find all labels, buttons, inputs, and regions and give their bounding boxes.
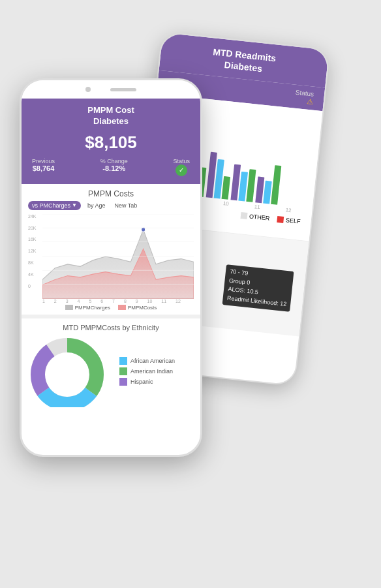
x-3: 3 — [66, 299, 69, 303]
back-header-title: MTD ReadmitsDiabetes — [213, 46, 277, 74]
tab-by-age-label: by Age — [87, 202, 106, 209]
front-header-title: PMPM CostDiabetes — [27, 105, 195, 127]
y-label-0: 0 — [28, 284, 41, 288]
x-12: 12 — [175, 299, 181, 303]
speaker-bar — [110, 88, 136, 91]
front-header-value: $8,105 — [27, 132, 195, 153]
legend-pmpmcharges: PMPMCharges — [65, 305, 110, 311]
legend-hispanic: Hispanic — [119, 378, 175, 386]
stat-change-label: % Change — [100, 158, 128, 164]
x-6: 6 — [100, 299, 103, 303]
front-header-stats: Previous $8,764 % Change -8.12% Status ✓ — [27, 158, 195, 176]
other-legend-label: OTHER — [249, 213, 269, 222]
bar — [221, 176, 230, 200]
x-10: 10 — [147, 299, 153, 303]
bar-group — [206, 152, 233, 200]
status-checkmark-icon: ✓ — [175, 164, 187, 176]
stat-status: Status ✓ — [173, 158, 190, 176]
african-american-color — [119, 357, 127, 365]
chart-tabs[interactable]: vs PMCharges ▼ by Age New Tab — [28, 201, 194, 210]
phone-front: PMPM CostDiabetes $8,105 Previous $8,764… — [20, 78, 202, 457]
x-9: 9 — [136, 299, 138, 303]
y-label-20k: 20K — [28, 226, 41, 230]
stat-previous-value: $8,764 — [32, 164, 55, 172]
y-label-4k: 4K — [28, 272, 41, 277]
donut-legend: African American American Indian Hispani… — [119, 357, 175, 388]
x-5: 5 — [89, 299, 91, 303]
x-11: 11 — [161, 299, 166, 303]
hispanic-label: Hispanic — [130, 379, 153, 385]
hispanic-color — [119, 378, 127, 386]
area-chart: 24K 20K 16K 12K 8K 4K 0 — [28, 214, 194, 299]
tab-vs-pmcharges-label: vs PMCharges — [32, 202, 70, 209]
legend-pmpmcosts: PMPMCosts — [118, 305, 157, 311]
x-4: 4 — [78, 299, 80, 303]
chevron-down-icon: ▼ — [72, 202, 77, 208]
pmpmcosts-legend-label: PMPMCosts — [128, 305, 157, 311]
chart-title: PMPM Costs — [28, 189, 194, 198]
stat-status-label: Status — [173, 158, 190, 164]
front-header: PMPM CostDiabetes $8,105 Previous $8,764… — [22, 99, 200, 184]
tab-by-age[interactable]: by Age — [85, 201, 108, 210]
phone-notch — [22, 80, 200, 99]
legend-american-indian: American Indian — [119, 367, 175, 375]
back-x-label: 11 — [254, 204, 260, 211]
pmpmcharges-legend-label: PMPMCharges — [75, 305, 110, 311]
svg-point-11 — [49, 356, 85, 393]
x-2: 2 — [54, 299, 57, 303]
area-chart-legend: PMPMCharges PMPMCosts — [28, 305, 194, 311]
tab-vs-pmcharges[interactable]: vs PMCharges ▼ — [28, 201, 81, 210]
tab-new-tab[interactable]: New Tab — [112, 201, 140, 210]
legend-african-american: African American — [119, 357, 175, 365]
y-label-24k: 24K — [28, 214, 41, 219]
x-8: 8 — [124, 299, 127, 303]
pmpmcharges-legend-color — [65, 305, 73, 310]
x-axis-labels: 1 2 3 4 5 6 7 8 9 10 11 12 — [28, 299, 194, 303]
donut-title: MTD PMPMCosts by Ethnicity — [28, 324, 194, 332]
camera-dot — [85, 87, 91, 92]
y-label-12k: 12K — [28, 249, 41, 253]
donut-chart-svg — [28, 335, 113, 410]
self-legend-label: SELF — [286, 217, 301, 225]
donut-section: MTD PMPMCosts by Ethnicity — [22, 315, 200, 415]
back-x-label: 10 — [222, 201, 229, 208]
bar — [271, 165, 281, 205]
legend-self: SELF — [277, 216, 301, 225]
american-indian-label: American Indian — [130, 368, 173, 375]
x-1: 1 — [42, 299, 45, 303]
stat-previous: Previous $8,764 — [32, 158, 55, 176]
self-legend-color — [277, 216, 284, 223]
y-label-8k: 8K — [28, 260, 41, 265]
y-label-16k: 16K — [28, 237, 41, 241]
tab-new-tab-label: New Tab — [114, 202, 137, 209]
bar-group — [230, 164, 256, 202]
pmpm-chart-section: PMPM Costs vs PMCharges ▼ by Age New Tab… — [22, 184, 200, 315]
bubble-tooltip: 70 - 79 Group 0 ALOS: 10.5 Readmit Likel… — [222, 265, 294, 312]
stat-previous-label: Previous — [32, 158, 55, 164]
back-x-label: 12 — [285, 208, 292, 214]
stat-change: % Change -8.12% — [100, 158, 128, 176]
bar-group — [255, 164, 281, 205]
x-7: 7 — [112, 299, 115, 303]
y-axis-labels: 24K 20K 16K 12K 8K 4K 0 — [28, 214, 41, 288]
african-american-label: African American — [130, 358, 175, 364]
american-indian-color — [119, 367, 127, 375]
pmpmcosts-legend-color — [118, 305, 126, 310]
legend-other: OTHER — [240, 212, 269, 222]
donut-container: African American American Indian Hispani… — [28, 335, 194, 410]
stat-change-value: -8.12% — [100, 164, 128, 172]
area-chart-svg — [42, 214, 194, 299]
other-legend-color — [240, 212, 247, 219]
